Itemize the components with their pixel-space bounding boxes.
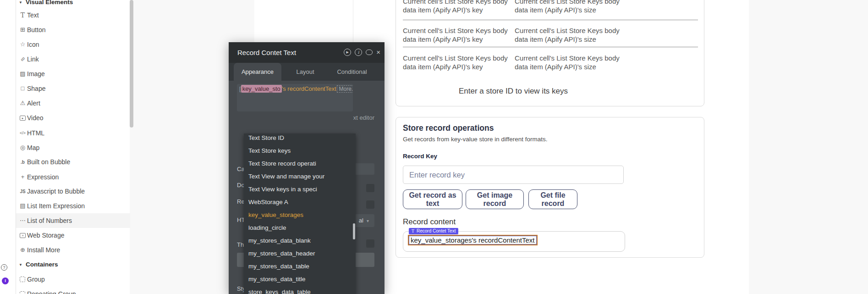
empty-state-text: Enter a store ID to view its keys <box>403 87 624 96</box>
selected-element-badge: TRecord Contet Text <box>409 228 458 234</box>
visual-elements-header[interactable]: ▼Visual Elements <box>19 0 73 6</box>
dropdown-option[interactable]: my_stores_data_header <box>244 247 356 260</box>
size-cell: Current cell's List Store Keys body data… <box>515 0 628 14</box>
sidebar-item-button[interactable]: ⊞Button <box>16 22 130 37</box>
plus-icon: + <box>19 173 27 181</box>
field-label-5: Th <box>237 241 244 248</box>
tab-layout[interactable]: Layout <box>282 63 328 81</box>
key-cell: Current cell's List Store Keys body data… <box>403 26 516 44</box>
dropdown-option[interactable]: Text Store ID <box>244 133 356 144</box>
text-element-icon: T <box>412 229 414 233</box>
dropdown-option[interactable]: Text View and manage your <box>244 170 356 183</box>
sidebar-item-javascript-to-bubble[interactable]: JSJavascript to Bubble <box>16 184 130 199</box>
sidebar-item-image[interactable]: ▨Image <box>16 67 130 81</box>
dropdown-option[interactable]: loading_circle <box>244 222 356 234</box>
expression-suffix[interactable]: 's recordContentText <box>282 85 336 92</box>
sidebar-item-list-of-numbers[interactable]: ⋯List of Numbers <box>16 213 130 228</box>
dropdown-option[interactable]: WebStorage A <box>244 196 356 209</box>
autocomplete-dropdown: Text Store ID Text Store keys Text Store… <box>244 133 356 294</box>
store-keys-card: Current cell's List Store Keys body data… <box>396 0 704 106</box>
dropdown-option[interactable]: my_stores_data_blank <box>244 234 356 247</box>
image-icon: ▨ <box>19 70 27 78</box>
record-content-label: Record content <box>403 217 456 227</box>
ellipsis-icon: ⋯ <box>19 217 27 224</box>
record-key-input[interactable] <box>403 166 624 184</box>
property-editor-dialog: Record Contet Text ▶ i × Appearance Layo… <box>229 42 385 294</box>
alert-icon: ⚠ <box>19 100 27 107</box>
dropdown-option[interactable]: my_stores_data_table <box>244 260 356 273</box>
sidebar-item-repeating-group[interactable]: Repeating Group <box>16 287 130 294</box>
close-icon[interactable]: × <box>376 49 380 56</box>
dropdown-option[interactable]: store_keys_data_table <box>244 286 356 294</box>
preview-play-icon[interactable]: ▶ <box>344 49 351 56</box>
checkbox-3[interactable] <box>366 239 374 248</box>
dialog-body: [key_value_sto's recordContentTextMore..… <box>229 81 385 294</box>
shape-icon: □ <box>19 85 27 92</box>
comment-icon[interactable] <box>366 50 373 55</box>
js-icon: JS <box>19 188 27 195</box>
dropdown-option[interactable]: my_stores_data_title <box>244 273 356 286</box>
sidebar-item-text[interactable]: TText <box>16 8 130 22</box>
map-pin-icon: ◎ <box>19 144 27 151</box>
code-icon: </> <box>19 129 27 137</box>
clipboard-icon: ▤ <box>19 202 27 210</box>
checkbox-2[interactable] <box>366 200 374 209</box>
sidebar-item-install-more[interactable]: ⊕Install More <box>16 243 130 257</box>
info-icon[interactable]: i <box>355 49 362 56</box>
link-icon: ∞ <box>19 55 27 63</box>
dialog-title: Record Contet Text <box>237 42 296 63</box>
sidebar-scrollbar[interactable] <box>130 0 133 128</box>
key-cell: Current cell's List Store Keys body data… <box>403 0 516 14</box>
sidebar-item-built-on-bubble[interactable]: .bBuilt on Bubble <box>16 155 130 169</box>
sidebar-item-map[interactable]: ◎Map <box>16 140 130 155</box>
dropdown-option[interactable]: Text View keys in a speci <box>244 183 356 196</box>
text-icon: T <box>19 11 27 19</box>
dynamic-expression-composer[interactable]: [key_value_sto's recordContentTextMore..… <box>237 84 353 111</box>
expression-token[interactable]: key_value_sto <box>241 85 282 93</box>
bubble-editor-screen: ? I ▼Visual Elements TText ⊞Button ☆Icon… <box>0 0 868 294</box>
more-button[interactable]: More... <box>337 85 353 93</box>
sidebar-item-video[interactable]: ▸Video <box>16 111 130 125</box>
sidebar-item-web-storage[interactable]: ≡Web Storage <box>16 228 130 243</box>
checkbox-1[interactable] <box>366 184 374 192</box>
dialog-titlebar[interactable]: Record Contet Text ▶ i × <box>229 42 385 63</box>
key-cell: Current cell's List Store Keys body data… <box>403 54 516 71</box>
elements-sidebar: ▼Visual Elements TText ⊞Button ☆Icon ∞Li… <box>16 0 130 294</box>
plus-circle-icon: ⊕ <box>19 246 27 254</box>
dropdown-option-highlighted[interactable]: key_value_storages <box>244 209 356 222</box>
row-separator <box>403 47 698 47</box>
get-file-record-button[interactable]: Get file record <box>528 189 577 209</box>
size-cell: Current cell's List Store Keys body data… <box>515 54 628 71</box>
containers-header[interactable]: ▼Containers <box>19 261 58 268</box>
text-editor-link[interactable]: xt editor <box>353 114 374 121</box>
sidebar-item-group[interactable]: Group <box>16 272 130 287</box>
tab-appearance[interactable]: Appearance <box>234 63 281 81</box>
size-cell: Current cell's List Store Keys body data… <box>515 26 628 44</box>
tab-conditional[interactable]: Conditional <box>329 63 375 81</box>
selected-text-element[interactable]: key_value_storages's recordContentText <box>408 235 538 245</box>
dropdown-scrollbar[interactable] <box>353 223 355 239</box>
group-icon <box>20 277 25 282</box>
sidebar-item-list-item-expression[interactable]: ▤List Item Expression <box>16 199 130 213</box>
sidebar-item-html[interactable]: </>HTML <box>16 126 130 140</box>
sidebar-item-expression[interactable]: +Expression <box>16 170 130 184</box>
video-icon: ▸ <box>20 116 26 121</box>
storage-icon: ≡ <box>20 233 26 238</box>
sidebar-item-shape[interactable]: □Shape <box>16 81 130 96</box>
bubble-logo-icon: .b <box>19 158 27 166</box>
get-image-record-button[interactable]: Get image record <box>466 189 524 209</box>
star-icon: ☆ <box>19 41 27 48</box>
sidebar-item-icon[interactable]: ☆Icon <box>16 37 130 52</box>
card-subtitle: Get records from key-value store in diff… <box>403 136 548 143</box>
store-record-operations-card: Store record operations Get records from… <box>396 117 704 258</box>
collapse-triangle-icon: ▼ <box>19 263 22 267</box>
dropdown-option[interactable]: Text Store keys <box>244 144 356 157</box>
sidebar-item-link[interactable]: ∞Link <box>16 52 130 67</box>
dropdown-option[interactable]: Text Store record operati <box>244 157 356 170</box>
row-separator <box>403 20 698 20</box>
help-icon[interactable]: ? <box>1 264 7 271</box>
sidebar-item-alert[interactable]: ⚠Alert <box>16 96 130 111</box>
chat-bubble-icon[interactable]: I <box>2 277 9 284</box>
element-boundary-line <box>353 0 353 42</box>
get-record-as-text-button[interactable]: Get record as text <box>403 189 462 209</box>
